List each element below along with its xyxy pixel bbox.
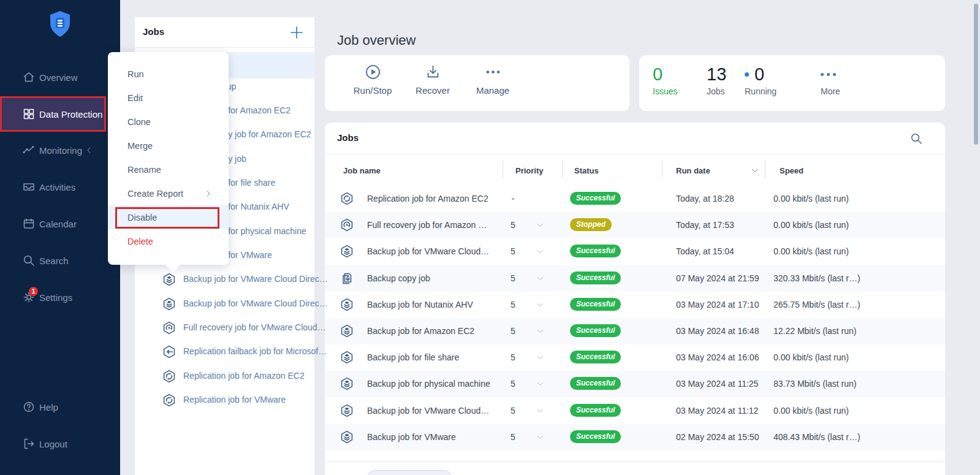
status-badge: Successful bbox=[570, 272, 621, 284]
table-row[interactable]: Replication job for Amazon EC2-Successfu… bbox=[325, 186, 945, 212]
table-row[interactable]: Backup job for VMware Cloud…5SuccessfulT… bbox=[325, 238, 945, 265]
job-name: Replication job for Amazon EC2 bbox=[183, 371, 305, 381]
copy-icon bbox=[340, 272, 354, 285]
priority-value: 5 bbox=[507, 379, 519, 389]
pagination-control[interactable] bbox=[367, 470, 452, 475]
priority-chevron-down-icon[interactable] bbox=[536, 380, 544, 388]
job-stats-card: 0 Issues13 Jobs0 Running More bbox=[639, 55, 945, 111]
sidebar-item-help[interactable]: Help bbox=[0, 395, 120, 419]
priority-chevron-down-icon[interactable] bbox=[536, 301, 544, 309]
job-name: Backup job for VMware Cloud… bbox=[367, 406, 489, 416]
jobs-panel-row[interactable]: Replication job for VMware bbox=[135, 388, 314, 412]
job-name: Backup copy job bbox=[367, 273, 430, 283]
job-name: Backup job for file share bbox=[367, 352, 459, 362]
menu-item-label: Create Report bbox=[127, 189, 183, 199]
search-icon[interactable] bbox=[910, 132, 923, 145]
vertical-scrollbar-thumb[interactable] bbox=[974, 4, 978, 145]
sidebar-item-logout[interactable]: Logout bbox=[0, 431, 120, 456]
status-badge: Successful bbox=[570, 245, 621, 257]
stat-label: Jobs bbox=[707, 86, 726, 96]
speed-value: 0.00 kbit/s (last run) bbox=[773, 406, 849, 416]
run-date: 03 May 2024 at 17:10 bbox=[676, 300, 759, 310]
recover-button[interactable]: Recover bbox=[403, 64, 462, 96]
column-header-priority[interactable]: Priority bbox=[515, 166, 544, 175]
stat-more[interactable]: More bbox=[821, 65, 840, 96]
sidebar-item-label: Calendar bbox=[39, 219, 77, 229]
table-row[interactable]: Backup job for Nutanix AHV5Successful03 … bbox=[325, 292, 945, 318]
run-date: 03 May 2024 at 11:12 bbox=[676, 406, 758, 416]
table-row[interactable]: Full recovery job for Amazon …5StoppedTo… bbox=[325, 212, 945, 238]
priority-chevron-down-icon[interactable] bbox=[536, 407, 544, 415]
menu-item-disable[interactable]: Disable bbox=[108, 205, 229, 229]
column-header-job-name[interactable]: Job name bbox=[343, 166, 381, 175]
run-stop-button[interactable]: Run/Stop bbox=[343, 64, 402, 96]
sidebar-item-settings[interactable]: 1Settings bbox=[0, 285, 120, 310]
speed-value: 408.43 Mbit/s (last r…) bbox=[773, 432, 860, 442]
speed-value: 320.33 Mbit/s (last r…) bbox=[773, 273, 860, 283]
priority-chevron-down-icon[interactable] bbox=[536, 327, 544, 335]
table-row[interactable]: Backup job for file share5Successful03 M… bbox=[325, 344, 945, 371]
menu-item-rename[interactable]: Rename bbox=[108, 158, 229, 181]
chevron-left-icon[interactable] bbox=[85, 146, 93, 154]
search-icon bbox=[22, 254, 36, 267]
page-title: Job overview bbox=[337, 32, 416, 48]
menu-item-label: Rename bbox=[127, 165, 161, 175]
stat-running: 0 Running bbox=[745, 65, 777, 96]
speed-value: 0.00 kbit/s (last run) bbox=[773, 352, 849, 362]
backup-icon bbox=[340, 430, 354, 444]
sidebar-item-search[interactable]: Search bbox=[0, 248, 120, 273]
speed-value: 12.22 Mbit/s (last run) bbox=[773, 326, 856, 336]
sidebar: OverviewData ProtectionMonitoringActivit… bbox=[0, 0, 120, 475]
stat-value: 0 bbox=[653, 65, 677, 83]
status-badge: Successful bbox=[570, 404, 621, 417]
table-row[interactable]: Backup job for physical machine5Successf… bbox=[325, 371, 945, 397]
jobs-panel-row[interactable]: Replication failback job for Microsof… bbox=[135, 340, 314, 364]
table-row[interactable]: Backup copy job5Successful07 May 2024 at… bbox=[325, 265, 945, 292]
jobs-panel-row[interactable]: Full recovery job for VMware Cloud… bbox=[135, 316, 314, 340]
status-badge: Successful bbox=[570, 430, 621, 443]
priority-chevron-down-icon[interactable] bbox=[536, 354, 544, 362]
priority-chevron-down-icon[interactable] bbox=[536, 433, 544, 441]
column-header-speed[interactable]: Speed bbox=[780, 166, 803, 175]
manage-button[interactable]: Manage bbox=[463, 64, 522, 96]
sidebar-item-data-protection[interactable]: Data Protection bbox=[0, 96, 106, 132]
table-row[interactable]: Backup job for VMware Cloud…5Successful0… bbox=[325, 398, 945, 424]
jobs-panel-row[interactable]: Replication job for Amazon EC2 bbox=[135, 364, 314, 389]
priority-chevron-down-icon[interactable] bbox=[536, 248, 544, 256]
priority-chevron-down-icon[interactable] bbox=[536, 275, 544, 283]
chevron-right-icon bbox=[204, 189, 213, 198]
sidebar-item-activities[interactable]: Activities bbox=[0, 175, 120, 199]
sidebar-item-monitoring[interactable]: Monitoring bbox=[0, 138, 120, 162]
stat-value: 13 bbox=[707, 65, 726, 83]
sidebar-item-overview[interactable]: Overview bbox=[0, 65, 120, 89]
sidebar-item-calendar[interactable]: Calendar bbox=[0, 211, 120, 236]
priority-chevron-down-icon[interactable] bbox=[536, 221, 544, 229]
home-icon bbox=[22, 70, 36, 84]
menu-item-edit[interactable]: Edit bbox=[108, 86, 229, 110]
table-row[interactable]: Backup job for Amazon EC25Successful03 M… bbox=[325, 318, 945, 344]
run-date: Today, at 18:28 bbox=[676, 194, 734, 203]
column-header-status[interactable]: Status bbox=[574, 166, 599, 175]
column-separator bbox=[503, 161, 503, 178]
jobs-panel-row[interactable]: Backup job for VMware Cloud Direc… bbox=[135, 292, 314, 316]
job-name: Replication job for Amazon EC2 bbox=[367, 194, 488, 203]
sidebar-item-label: Activities bbox=[39, 182, 75, 192]
priority-value: 5 bbox=[507, 220, 519, 230]
sort-chevron-down-icon[interactable] bbox=[751, 167, 759, 175]
action-label: Recover bbox=[403, 85, 462, 96]
monitoring-icon bbox=[22, 143, 36, 157]
menu-item-run[interactable]: Run bbox=[108, 62, 229, 86]
column-header-run-date[interactable]: Run date bbox=[676, 166, 710, 175]
jobs-panel-row[interactable]: Backup job for VMware Cloud Direc… bbox=[135, 267, 314, 292]
menu-item-create-report[interactable]: Create Report bbox=[108, 181, 229, 205]
menu-item-clone[interactable]: Clone bbox=[108, 110, 229, 134]
job-name: Replication job for VMware bbox=[183, 395, 286, 405]
menu-item-delete[interactable]: Delete bbox=[108, 229, 229, 253]
menu-item-merge[interactable]: Merge bbox=[108, 134, 229, 158]
menu-item-label: Merge bbox=[127, 141, 153, 151]
divider bbox=[325, 154, 945, 154]
menu-item-label: Run bbox=[127, 69, 144, 79]
table-row[interactable]: Backup job for VMware5Successful02 May 2… bbox=[325, 424, 945, 450]
sidebar-item-label: Data Protection bbox=[39, 109, 102, 120]
add-job-button[interactable] bbox=[289, 25, 305, 40]
